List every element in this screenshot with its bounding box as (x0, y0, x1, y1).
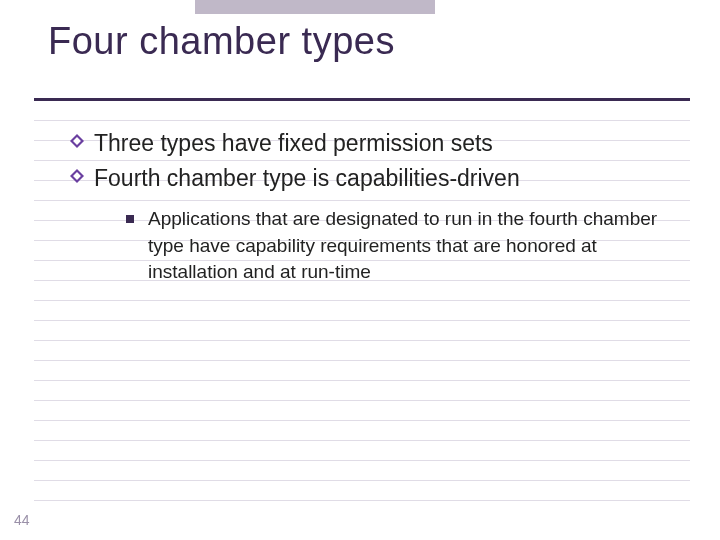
bullet-text: Three types have fixed permission sets (94, 128, 493, 159)
diamond-bullet-icon (70, 134, 84, 148)
square-bullet-icon (126, 215, 134, 223)
bullet-text: Fourth chamber type is capabilities-driv… (94, 163, 520, 194)
top-decorative-bar (195, 0, 435, 14)
slide-title: Four chamber types (48, 20, 395, 63)
sub-bullet-item: Applications that are designated to run … (126, 206, 680, 286)
bullet-item: Fourth chamber type is capabilities-driv… (70, 163, 680, 194)
diamond-bullet-icon (70, 169, 84, 183)
sub-bullet-text: Applications that are designated to run … (148, 206, 680, 286)
slide: Four chamber types Three types have fixe… (0, 0, 720, 540)
bullet-item: Three types have fixed permission sets (70, 128, 680, 159)
slide-content: Three types have fixed permission sets F… (70, 128, 680, 286)
page-number: 44 (14, 512, 30, 528)
sub-bullet-group: Applications that are designated to run … (126, 206, 680, 286)
